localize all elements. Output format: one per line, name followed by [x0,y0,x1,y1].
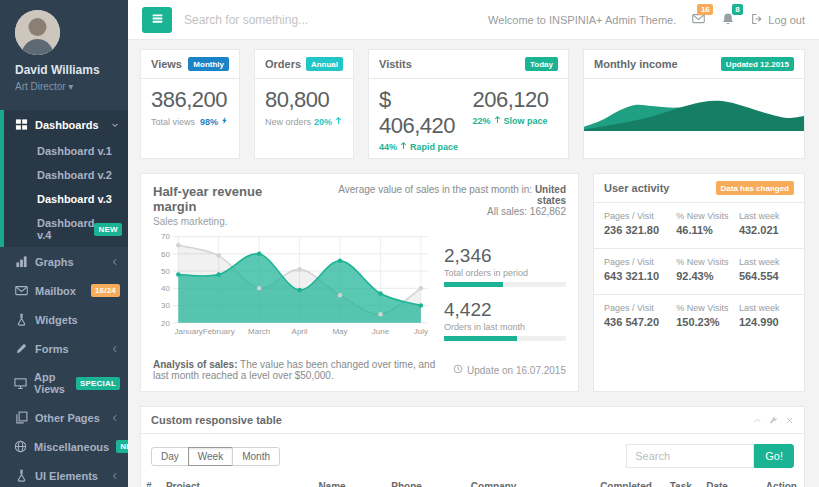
menu-toggle-button[interactable] [142,7,172,33]
orders-badge: Annual [306,57,343,71]
ua-col-label: Last week [739,211,794,221]
user-activity-row: Pages / Visit436 547.20% New Visits150.2… [594,295,804,340]
caret-down-icon: ▾ [68,81,73,92]
visits-sub-1: 44%Rapid pace [379,141,465,152]
sidebar-item-miscellaneous[interactable]: MiscellaneousNEW [0,432,128,461]
column-header-: # [141,476,161,487]
topbar: Welcome to INSPINIA+ Admin Theme. 16 8 L… [128,0,819,40]
orders-delta: 20% [314,116,343,127]
column-header-completed: Completed [595,476,665,487]
ua-col-label: Pages / Visit [604,211,676,221]
chevron-left-icon [110,344,120,354]
chevron-left-icon [110,413,120,423]
messages-count-badge: 16 [697,4,713,15]
ua-value: 92.43% [676,270,739,282]
sidebar-item-mailbox[interactable]: Mailbox16/24 [0,276,128,305]
files-icon [14,411,28,424]
projects-table: #ProjectNamePhoneCompanyCompletedTaskDat… [141,476,804,487]
views-title: Views [151,58,182,70]
user-role-dropdown[interactable]: Art Director ▾ [15,81,128,92]
ua-value: 236 321.80 [604,224,676,236]
revenue-panel: Half-year revenue margin Sales marketing… [140,173,579,392]
sidebar-badge: NEW [116,440,128,453]
views-label: Total views [151,117,195,127]
table-search-go-button[interactable]: Go! [754,444,794,468]
sidebar-item-forms[interactable]: Forms [0,334,128,363]
sidebar-subitem-dashboard-v-4[interactable]: Dashboard v.4NEW [4,211,128,247]
column-header-project: Project [161,476,314,487]
sidebar-item-label: Mailbox [35,285,76,297]
column-header-task: Task [665,476,701,487]
sidebar-subitem-label: Dashboard v.1 [37,145,112,157]
range-button-month[interactable]: Month [232,447,280,466]
user-activity-title: User activity [604,182,669,194]
sidebar-item-label: Widgets [35,314,78,326]
sidebar-item-label: Dashboards [35,119,99,131]
range-button-day[interactable]: Day [151,447,189,466]
ua-value: 436 547.20 [604,316,676,328]
ua-value: 46.11% [676,224,739,236]
user-name: David Williams [15,63,128,77]
chevron-left-icon [110,471,120,481]
content: Views Monthly 386,200 Total views 98% [128,40,819,487]
sign-out-icon [751,13,763,27]
table-panel: Custom responsive table DayWeekMonth Go! [140,406,805,487]
clock-icon [453,364,463,376]
wrench-icon[interactable] [769,416,778,425]
svg-text:January: January [175,327,203,336]
revenue-summary: Average value of sales in the past month… [308,184,566,227]
avatar[interactable] [15,10,60,55]
sidebar-item-label: UI Elements [35,470,98,482]
svg-text:50: 50 [161,267,170,276]
ua-value: 124.990 [739,316,794,328]
visits-title: Vistits [379,58,412,70]
table-header-row: #ProjectNamePhoneCompanyCompletedTaskDat… [141,476,804,487]
user-profile: David Williams Art Director ▾ [0,0,128,100]
sidebar-item-app-views[interactable]: App ViewsSPECIAL [0,363,128,403]
sidebar-subitem-dashboard-v-3[interactable]: Dashboard v.3 [4,187,128,211]
range-button-group: DayWeekMonth [151,447,280,466]
income-sparkline-chart [584,79,804,131]
sidebar-subitem-dashboard-v-2[interactable]: Dashboard v.2 [4,163,128,187]
dashboards-submenu: Dashboard v.1Dashboard v.2Dashboard v.3D… [4,139,128,247]
range-button-week[interactable]: Week [188,447,233,466]
search-input[interactable] [184,13,424,27]
table-search-input[interactable] [626,444,754,468]
visits-col-1: $ 406,420 44%Rapid pace [379,87,465,152]
welcome-text: Welcome to INSPINIA+ Admin Theme. [488,14,676,26]
logout-button[interactable]: Log out [751,13,805,27]
table-toolbar: DayWeekMonth Go! [141,434,804,476]
sidebar-item-widgets[interactable]: Widgets [0,305,128,334]
svg-text:February: February [203,327,235,336]
user-activity-row: Pages / Visit236 321.80% New Visits46.11… [594,203,804,249]
user-activity-row: Pages / Visit643 321.10% New Visits92.43… [594,249,804,295]
stats-row: Views Monthly 386,200 Total views 98% [140,49,805,159]
bar-chart-icon [14,255,28,268]
sidebar-subitem-label: Dashboard v.4 [37,217,94,241]
visits-col-2: 206,120 22%Slow pace [473,87,559,152]
orders-title: Orders [265,58,301,70]
column-header-company: Company [466,476,595,487]
close-icon[interactable] [785,416,794,425]
notifications-button[interactable]: 8 [721,12,735,28]
table-title: Custom responsive table [151,414,282,426]
sidebar-item-other-pages[interactable]: Other Pages [0,403,128,432]
ua-col-label: Last week [739,257,794,267]
sidebar-item-label: Other Pages [35,412,100,424]
sidebar-item-ui-elements[interactable]: UI Elements [0,461,128,487]
sidebar-subitem-label: Dashboard v.3 [37,193,112,205]
orders-value: 80,800 [265,87,343,113]
sidebar-item-label: Forms [35,343,69,355]
sidebar-item-label: Miscellaneous [34,441,109,453]
messages-button[interactable]: 16 [692,12,705,27]
orders-period-value: 2,346 [444,245,566,267]
sidebar-item-dashboards[interactable]: Dashboards [4,110,128,139]
sidebar-subitem-dashboard-v-1[interactable]: Dashboard v.1 [4,139,128,163]
avatar-photo [15,10,60,55]
ua-value: 564.554 [739,270,794,282]
collapse-icon[interactable] [753,416,762,425]
sidebar-item-graphs[interactable]: Graphs [0,247,128,276]
bolt-icon [220,116,229,127]
chevron-left-icon [110,257,120,267]
desktop-icon [14,377,27,390]
